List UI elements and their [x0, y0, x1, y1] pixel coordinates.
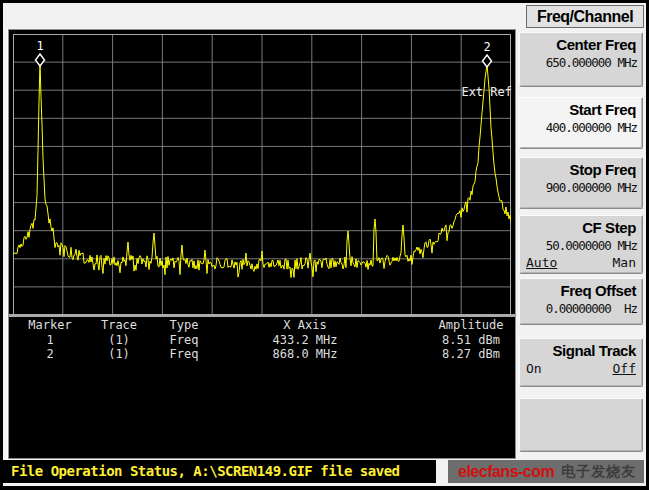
marker-table-header: Marker Trace Type X Axis Amplitude	[9, 319, 515, 332]
marker-number: 2	[46, 348, 53, 361]
marker-table-row: 2 (1) Freq 868.0 MHz 8.27 dBm	[9, 348, 515, 361]
softkey-value: 0.00000000 Hz	[520, 299, 642, 316]
instrument-screen: 12 Ext Ref Marker Trace Type X Axis Ampl…	[3, 3, 646, 486]
softkey-cf-step[interactable]: CF Step 50.0000000 MHz Auto Man	[519, 215, 643, 274]
toggle-option-man[interactable]: Man	[613, 255, 636, 270]
marker-trace: (1)	[108, 334, 130, 347]
softkey-label: Center Freq	[520, 33, 642, 53]
signal-track-toggle: On Off	[520, 359, 642, 376]
marker-type: Freq	[170, 348, 199, 361]
softkey-start-freq[interactable]: Start Freq 400.000000 MHz	[519, 97, 643, 149]
toggle-option-off[interactable]: Off	[613, 361, 636, 376]
col-header-xaxis: X Axis	[283, 319, 326, 332]
marker-number: 1	[46, 334, 53, 347]
marker-label: 2	[483, 40, 490, 54]
softkey-signal-track[interactable]: Signal Track On Off	[519, 338, 643, 387]
softkey-label: Stop Freq	[520, 158, 642, 178]
softkey-menu: Freq/Channel Center Freq 650.000000 MHz …	[517, 3, 646, 459]
softkey-label: Signal Track	[520, 339, 642, 359]
softkey-freq-offset[interactable]: Freq Offset 0.00000000 Hz	[519, 278, 643, 325]
marker-table-row: 1 (1) Freq 433.2 MHz 8.51 dBm	[9, 334, 515, 347]
marker-amplitude: 8.27 dBm	[442, 348, 500, 361]
col-header-amplitude: Amplitude	[438, 319, 503, 332]
softkey-label: Freq Offset	[520, 279, 642, 299]
col-header-type: Type	[170, 319, 199, 332]
col-header-marker: Marker	[28, 319, 71, 332]
status-bar: File Operation Status, A:\SCREN149.GIF f…	[3, 460, 436, 483]
cf-step-mode-toggle: Auto Man	[520, 253, 642, 270]
marker-diamond[interactable]	[483, 55, 492, 67]
ext-ref-indicator: Ext Ref	[461, 85, 512, 99]
marker-trace: (1)	[108, 348, 130, 361]
marker-xaxis: 868.0 MHz	[272, 348, 337, 361]
softkey-value: 900.000000 MHz	[520, 178, 642, 195]
toggle-option-on[interactable]: On	[526, 361, 542, 376]
watermark-cjk-text: 电子发烧友	[561, 463, 636, 481]
toggle-option-auto[interactable]: Auto	[526, 255, 557, 270]
watermark-brand: elecfans-com	[458, 463, 554, 481]
softkey-value: 50.0000000 MHz	[520, 236, 642, 253]
marker-amplitude: 8.51 dBm	[442, 334, 500, 347]
softkey-value: 650.000000 MHz	[520, 53, 642, 70]
marker-xaxis: 433.2 MHz	[272, 334, 337, 347]
softkey-stop-freq[interactable]: Stop Freq 900.000000 MHz	[519, 157, 643, 209]
spectrum-plot: 12	[13, 34, 511, 315]
marker-label: 1	[36, 39, 43, 53]
marker-diamond[interactable]	[36, 54, 45, 66]
softkey-label: CF Step	[520, 216, 642, 236]
spectrum-display: 12 Ext Ref Marker Trace Type X Axis Ampl…	[8, 29, 516, 459]
softkey-center-freq[interactable]: Center Freq 650.000000 MHz	[519, 32, 643, 87]
menu-title: Freq/Channel	[526, 5, 644, 28]
softkey-blank[interactable]	[519, 398, 643, 452]
col-header-trace: Trace	[101, 319, 137, 332]
plot-table-divider	[9, 314, 515, 317]
watermark: elecfans-com 电子发烧友	[448, 460, 644, 483]
softkey-label: Start Freq	[520, 98, 642, 118]
marker-type: Freq	[170, 334, 199, 347]
softkey-value: 400.000000 MHz	[520, 118, 642, 135]
